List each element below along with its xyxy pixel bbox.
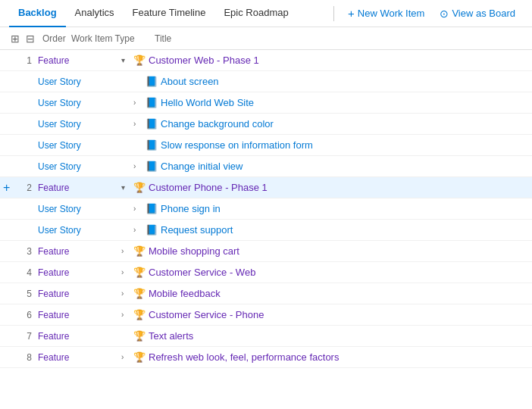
row-title-cell: ▾🏆Customer Web - Phase 1 [121, 55, 523, 66]
new-work-item-button[interactable]: + New Work Item [340, 7, 432, 20]
row-title-cell: ›📘Request support [133, 224, 523, 236]
table-row: +User Story›📘Request support [0, 220, 532, 241]
nav-divider [333, 6, 334, 21]
row-title-text[interactable]: Refresh web look, feel, performance fact… [149, 351, 339, 363]
trophy-icon: 🏆 [133, 351, 146, 363]
nav-bar: Backlog Analytics Feature Timeline Epic … [0, 0, 532, 27]
row-type: User Story [38, 140, 121, 151]
table-row: +7Feature🏆Text alerts [0, 326, 532, 347]
table-row: +8Feature›🏆Refresh web look, feel, perfo… [0, 347, 532, 368]
row-type: Feature [38, 352, 121, 363]
tab-backlog[interactable]: Backlog [9, 0, 66, 27]
tab-feature-timeline[interactable]: Feature Timeline [124, 0, 215, 27]
row-order: 7 [9, 331, 38, 342]
trophy-icon: 🏆 [133, 288, 146, 299]
row-title-text[interactable]: Request support [161, 224, 233, 236]
expand-icon[interactable]: ▾ [121, 183, 130, 192]
book-icon: 📘 [146, 76, 158, 87]
row-order: 4 [9, 267, 38, 278]
row-order: 2 [9, 183, 38, 193]
row-title-text[interactable]: Customer Service - Web [149, 267, 255, 278]
row-title-cell: ›🏆Mobile shopping cart [121, 245, 523, 257]
col-order: Order [42, 33, 71, 44]
row-type: Feature [38, 183, 121, 193]
row-title-cell: 🏆Text alerts [121, 330, 523, 342]
table-row: +User Story›📘Change initial view [0, 156, 532, 177]
book-icon: 📘 [146, 161, 158, 172]
row-type: User Story [38, 161, 121, 172]
row-order: 1 [9, 55, 38, 66]
row-type: User Story [38, 225, 121, 236]
expand-icon[interactable]: › [121, 311, 130, 319]
row-title-text[interactable]: Phone sign in [161, 203, 221, 214]
row-title-text[interactable]: Text alerts [149, 330, 193, 342]
row-title-text[interactable]: Change initial view [161, 161, 243, 172]
row-order: 6 [9, 310, 38, 320]
row-type: Feature [38, 246, 121, 257]
row-title-text[interactable]: Mobile feedback [149, 288, 221, 299]
collapse-all-icon[interactable]: ⊟ [24, 32, 36, 45]
table-row: +5Feature›🏆Mobile feedback [0, 283, 532, 304]
row-title-cell: 📘Slow response on information form [133, 139, 523, 151]
row-type: User Story [38, 76, 121, 87]
row-title-cell: ›📘Change background color [133, 118, 523, 130]
expand-icon[interactable]: › [121, 268, 130, 276]
row-title-text[interactable]: Customer Service - Phone [149, 309, 264, 320]
row-type: Feature [38, 331, 121, 342]
row-title-text[interactable]: Customer Phone - Phase 1 [149, 182, 268, 193]
book-icon: 📘 [146, 139, 158, 151]
row-title-text[interactable]: About screen [161, 76, 219, 87]
book-icon: 📘 [146, 118, 158, 130]
row-title-cell: ›🏆Customer Service - Phone [121, 309, 523, 320]
row-order: 3 [9, 246, 38, 257]
row-title-text[interactable]: Mobile shopping cart [149, 245, 239, 257]
row-title-text[interactable]: Customer Web - Phase 1 [149, 55, 259, 66]
row-type: Feature [38, 267, 121, 278]
row-order: 5 [9, 289, 38, 299]
trophy-icon: 🏆 [133, 245, 146, 257]
expand-icon[interactable]: › [121, 353, 130, 361]
table-row: +User Story📘About screen [0, 71, 532, 92]
trophy-icon: 🏆 [133, 330, 146, 342]
expand-icon[interactable]: › [121, 247, 130, 255]
row-add-button[interactable]: + [3, 182, 10, 194]
row-type: User Story [38, 119, 121, 130]
row-title-cell: ›🏆Refresh web look, feel, performance fa… [121, 351, 523, 363]
table-body: +1Feature▾🏆Customer Web - Phase 1+User S… [0, 50, 532, 368]
expand-icon[interactable]: › [133, 162, 142, 170]
book-icon: 📘 [146, 224, 158, 236]
expand-icon[interactable]: ▾ [121, 56, 130, 64]
row-type: User Story [38, 98, 121, 108]
col-type: Work Item Type [71, 33, 155, 44]
expand-icon[interactable]: › [121, 289, 130, 298]
view-as-board-label: View as Board [452, 8, 515, 19]
expand-icon[interactable]: › [133, 98, 142, 107]
expand-icon[interactable]: › [133, 226, 142, 234]
tab-analytics[interactable]: Analytics [66, 0, 124, 27]
row-title-text[interactable]: Hello World Web Site [161, 97, 254, 108]
view-as-board-button[interactable]: ⊙ View as Board [432, 8, 523, 20]
trophy-icon: 🏆 [133, 55, 146, 66]
row-type: User Story [38, 204, 121, 214]
row-type: Feature [38, 289, 121, 299]
row-title-text[interactable]: Slow response on information form [161, 139, 313, 151]
row-title-cell: ▾🏆Customer Phone - Phase 1 [121, 182, 523, 193]
book-icon: 📘 [146, 97, 158, 108]
table-row: +2Feature▾🏆Customer Phone - Phase 1 [0, 177, 532, 198]
tab-epic-roadmap[interactable]: Epic Roadmap [214, 0, 297, 27]
table-row: +6Feature›🏆Customer Service - Phone [0, 304, 532, 326]
expand-all-icon[interactable]: ⊞ [9, 32, 21, 45]
table-row: +3Feature›🏆Mobile shopping cart [0, 241, 532, 262]
book-icon: 📘 [146, 203, 158, 214]
trophy-icon: 🏆 [133, 309, 146, 320]
row-title-text[interactable]: Change background color [161, 118, 274, 130]
expand-icon[interactable]: › [133, 204, 142, 213]
row-title-cell: 📘About screen [133, 76, 523, 87]
table-header: ⊞ ⊟ Order Work Item Type Title [0, 27, 532, 50]
row-type: Feature [38, 310, 121, 320]
table-row: +User Story›📘Hello World Web Site [0, 92, 532, 114]
row-title-cell: ›📘Hello World Web Site [133, 97, 523, 108]
row-title-cell: ›🏆Mobile feedback [121, 288, 523, 299]
trophy-icon: 🏆 [133, 182, 146, 193]
expand-icon[interactable]: › [133, 120, 142, 128]
